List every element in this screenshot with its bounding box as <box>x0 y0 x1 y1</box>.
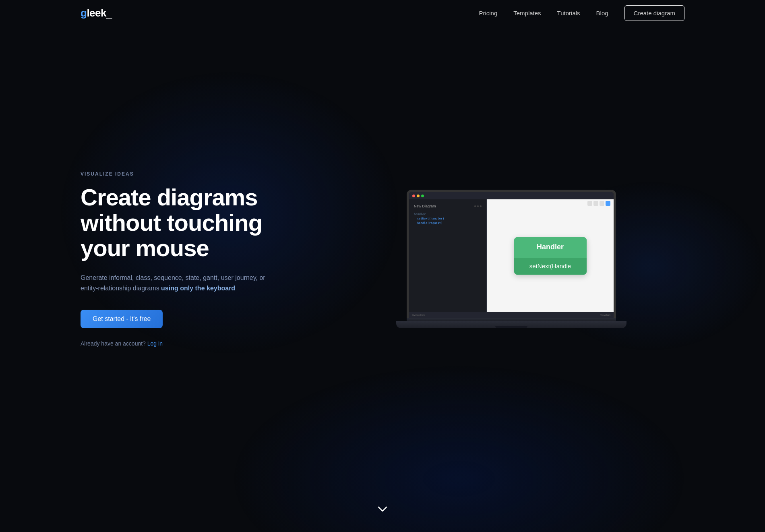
editor-dot-2 <box>477 205 479 207</box>
logo-link[interactable]: gleek_ <box>81 7 112 19</box>
toolbar-btn-2 <box>593 201 598 206</box>
navbar: gleek_ Pricing Templates Tutorials Blog … <box>0 0 765 26</box>
node-title-text: Handler <box>537 243 564 251</box>
editor-code: handler setNext(handler) handle(request) <box>414 212 482 226</box>
nav-item-tutorials: Tutorials <box>557 10 580 17</box>
editor-dot-1 <box>474 205 476 207</box>
chevron-down-icon <box>378 506 387 512</box>
scroll-indicator[interactable] <box>378 506 387 512</box>
logo-g-letter: g <box>81 7 87 19</box>
code-line-1: handler <box>414 212 482 217</box>
editor-dot-3 <box>480 205 482 207</box>
status-left: Syntax Help <box>412 314 425 316</box>
laptop-body: New Diagram handler setNext(handler) <box>407 190 616 328</box>
nav-item-pricing: Pricing <box>479 10 497 17</box>
laptop-illustration: New Diagram handler setNext(handler) <box>407 190 616 328</box>
hero-title: Create diagrams without touching your mo… <box>81 185 306 261</box>
hero-description-strong: using only the keyboard <box>161 285 235 292</box>
diagram-node: Handler setNext(Handle <box>514 237 587 275</box>
preview-toolbar <box>587 201 610 206</box>
nav-item-cta: Create diagram <box>624 10 684 17</box>
node-method-text: setNext(Handle <box>529 263 571 269</box>
nav-link-pricing[interactable]: Pricing <box>479 10 497 17</box>
account-prompt-text: Already have an account? <box>81 340 146 347</box>
already-account-text: Already have an account? Log in <box>81 340 306 347</box>
laptop-topbar <box>409 192 614 199</box>
create-diagram-button[interactable]: Create diagram <box>624 5 684 21</box>
logo-text: gleek_ <box>81 7 112 19</box>
code-line-3: handle(request) <box>414 221 482 226</box>
nav-link-blog[interactable]: Blog <box>596 10 608 17</box>
window-dot-yellow <box>417 195 420 197</box>
node-method: setNext(Handle <box>514 258 587 275</box>
nav-item-blog: Blog <box>596 10 608 17</box>
laptop-hinge <box>407 318 616 321</box>
get-started-button[interactable]: Get started - it's free <box>81 310 163 328</box>
nav-link-templates[interactable]: Templates <box>513 10 541 17</box>
toolbar-btn-1 <box>587 201 592 206</box>
hero-description: Generate informal, class, sequence, stat… <box>81 273 274 293</box>
window-dot-red <box>412 195 415 197</box>
toolbar-btn-3 <box>600 201 604 206</box>
logo-cursor: _ <box>106 7 112 19</box>
nav-item-templates: Templates <box>513 10 541 17</box>
node-header: Handler <box>514 237 587 257</box>
hero-eyebrow: VISUALIZE IDEAS <box>81 171 306 177</box>
hero-left-content: VISUALIZE IDEAS Create diagrams without … <box>81 171 306 346</box>
nav-link-tutorials[interactable]: Tutorials <box>557 10 580 17</box>
login-link[interactable]: Log in <box>147 340 163 347</box>
hero-right-illustration: New Diagram handler setNext(handler) <box>338 190 684 328</box>
code-line-2: setNext(handler) <box>414 217 482 221</box>
nav-links: Pricing Templates Tutorials Blog Create … <box>479 10 684 17</box>
editor-controls <box>474 205 482 207</box>
toolbar-btn-active <box>606 201 610 206</box>
code-editor-panel: New Diagram handler setNext(handler) <box>409 199 487 312</box>
logo-rest: leek <box>87 7 106 19</box>
screen-content: New Diagram handler setNext(handler) <box>409 199 614 312</box>
laptop-screen: New Diagram handler setNext(handler) <box>407 190 616 318</box>
editor-title: New Diagram <box>414 204 436 208</box>
laptop-base <box>396 321 626 328</box>
diagram-preview-panel: Handler setNext(Handle <box>487 199 614 312</box>
editor-header: New Diagram <box>414 204 482 208</box>
window-dot-green <box>421 195 424 197</box>
screen-statusbar: Syntax Help Flowchart <box>409 312 614 318</box>
hero-section: VISUALIZE IDEAS Create diagrams without … <box>0 26 765 492</box>
status-right: Flowchart <box>600 314 610 316</box>
